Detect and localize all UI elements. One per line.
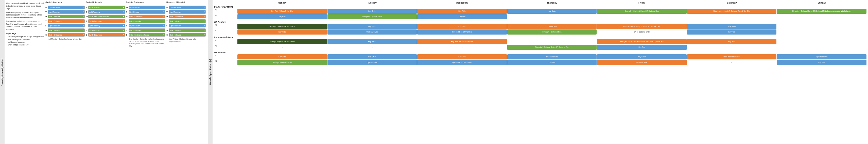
workout-select-2-4[interactable]: Light/Recovery▼	[129, 24, 165, 27]
workout-select-1-1[interactable]: Light/Recovery▼	[88, 10, 125, 14]
day-label-1-5: S	[86, 29, 88, 31]
sections-container: Step 5+ #1 Pattern#1Key Ride + Run off t…	[214, 6, 866, 66]
section-0: Step 5+ #1 Pattern#1Key Ride + Run off t…	[214, 6, 866, 19]
left-panel: Biweekly Intensity Pattern After each cy…	[0, 0, 208, 144]
day-label-0-1: T	[45, 11, 48, 13]
workout-select-2-1[interactable]: Light/Recovery▼	[129, 10, 165, 14]
day-row-0-5: SBuild - Intervals▼	[45, 28, 85, 32]
select-arrow-2-2: ▼	[163, 16, 165, 17]
cell-1-1-0: Key Ride	[238, 29, 327, 34]
workout-select-1-0[interactable]: Build - Intervals▼	[88, 6, 125, 9]
week-col-3: Recovery / RebuildMLight/Recovery▼TLight…	[166, 1, 206, 143]
cell-0-1-2: Key Run	[417, 14, 507, 19]
day-row-1-1: TLight/Recovery▼	[86, 10, 125, 14]
day-row-0-6: SBuild - Endurance▼	[45, 33, 85, 37]
week-header-1: Sprint / Intervals	[86, 1, 125, 5]
notes-paragraph-3: Options that include at least the main p…	[6, 20, 45, 31]
row-label-3-0: #1	[214, 54, 237, 59]
cell-0-0-2: Key Ride	[417, 9, 507, 14]
row-label-2-1: #2	[214, 45, 237, 50]
cell-1-0-6	[777, 24, 866, 29]
day-label-2-0: M	[126, 6, 129, 9]
select-arrow-3-0: ▼	[204, 7, 205, 8]
cell-2-1-3: Strength + Optional Swim OR Optional Run	[507, 45, 597, 50]
select-arrow-1-6: ▼	[123, 34, 124, 35]
cell-1-0-4: Ride (recommended) Optional Run off the …	[597, 24, 687, 29]
week-col-1: Sprint / IntervalsMBuild - Intervals▼TLi…	[86, 1, 125, 143]
section-grid-1: #1Strength + Optional Run or RestKey Swi…	[214, 24, 866, 34]
day-label-1-6: S	[86, 34, 88, 36]
cell-1-1-6	[777, 29, 866, 34]
day-label-2-5: S	[126, 29, 129, 31]
section-grid-2: #1Strength + Optional Run or RestKey Swi…	[214, 39, 866, 50]
workout-select-0-1[interactable]: Light/Recovery▼	[48, 10, 85, 14]
workout-select-3-4[interactable]: Light/Recovery▼	[169, 24, 206, 27]
light-day-item-2: Skill development sessions	[6, 38, 45, 41]
cell-3-0-0: Key Ride	[238, 54, 327, 59]
light-days-title: Light days	[6, 32, 45, 35]
day-row-3-6: SBuild - Intervals▼	[166, 33, 206, 37]
right-content: Monday Tuesday Wednesday Thursday Friday…	[213, 0, 868, 144]
workout-select-0-6[interactable]: Build - Endurance▼	[48, 33, 85, 36]
day-row-1-2: WBuild - Endurance/Intervals▼	[86, 15, 125, 19]
workout-select-1-2[interactable]: Build - Endurance/Intervals▼	[88, 15, 125, 18]
workout-select-0-3[interactable]: Build - Endurance▼	[48, 19, 85, 23]
workout-select-3-6[interactable]: Build - Intervals▼	[169, 33, 206, 36]
cell-3-0-6: Optional Swim	[777, 54, 866, 59]
workout-select-2-3[interactable]: Build - Intervals▼	[129, 19, 165, 23]
day-row-0-2: WBuild - Intervals▼	[45, 15, 85, 19]
workout-text-3-3: Build - Intervals	[170, 20, 204, 22]
workout-select-3-0[interactable]: Light/Recovery▼	[169, 6, 206, 9]
cell-3-0-3: Optional Swim	[507, 54, 597, 59]
workout-select-1-4[interactable]: Light/Recovery▼	[88, 24, 125, 27]
day-row-2-3: TBuild - Intervals▼	[126, 19, 165, 23]
section-title-2: Ironman / Midterm	[214, 36, 866, 38]
workout-text-3-5: Build - Intervals	[170, 29, 204, 31]
select-arrow-0-4: ▼	[83, 25, 84, 26]
cell-2-1-4: Key Run	[597, 45, 687, 50]
select-arrow-1-4: ▼	[123, 25, 124, 26]
workout-select-3-2[interactable]: Build - Endurance▼	[169, 15, 206, 18]
workout-select-3-1[interactable]: Light/Recovery▼	[169, 10, 206, 14]
workout-select-1-3[interactable]: Build - Endurance▼	[88, 19, 125, 23]
select-arrow-3-3: ▼	[204, 20, 205, 22]
workout-text-1-2: Build - Endurance/Intervals	[89, 16, 123, 18]
workout-text-2-2: Build - Endurance	[129, 16, 163, 18]
section-2: Ironman / Midterm#1Strength + Optional R…	[214, 36, 866, 50]
row-label-3-1: #2	[214, 60, 237, 65]
workout-select-0-4[interactable]: Light/Recovery▼	[48, 24, 85, 27]
day-label-1-4: F	[86, 25, 88, 27]
cell-2-0-2: Key Ride + Run off the Bike	[417, 39, 507, 44]
day-label-3-0: M	[166, 6, 169, 9]
week-col-0: Cycle 1 OverviewMLight/Recovery▼TLight/R…	[45, 1, 85, 143]
day-label-2-1: T	[126, 11, 129, 13]
week-annotation-2: 2nd Sunday: Option for higher load sessi…	[129, 38, 165, 47]
day-row-3-2: WBuild - Endurance▼	[166, 15, 206, 19]
workout-text-1-6: Build - Endurance	[89, 34, 123, 36]
workout-select-2-6[interactable]: Build - Endurance/Intervals▼	[129, 33, 165, 36]
workout-select-2-2[interactable]: Build - Endurance▼	[129, 15, 165, 18]
weeks-container: After each cycle decides if you can go d…	[5, 0, 208, 144]
workout-select-3-3[interactable]: Build - Intervals▼	[169, 19, 206, 23]
select-arrow-0-5: ▼	[83, 29, 84, 31]
cell-0-0-6: Strength + Optional Swim OR Optional Rid…	[777, 9, 866, 14]
workout-select-0-2[interactable]: Build - Intervals▼	[48, 15, 85, 18]
day-label-2-4: F	[126, 25, 129, 27]
workout-select-3-5[interactable]: Build - Intervals▼	[169, 28, 206, 32]
workout-select-2-0[interactable]: Light/Recovery▼	[129, 6, 165, 9]
workout-text-0-1: Light/Recovery	[49, 11, 83, 13]
day-row-3-4: FLight/Recovery▼	[166, 24, 206, 28]
cell-1-0-2: Key Ride	[417, 24, 507, 29]
day-thursday: Thursday	[507, 1, 597, 5]
workout-select-1-5[interactable]: Build - Intervals▼	[88, 28, 125, 32]
workout-select-2-5[interactable]: Build - Intervals▼	[129, 28, 165, 32]
workout-text-3-4: Light/Recovery	[170, 25, 204, 27]
workout-text-2-3: Build - Intervals	[129, 20, 163, 22]
notes-section: After each cycle decides if you can go d…	[6, 1, 45, 143]
workout-select-0-5[interactable]: Build - Intervals▼	[48, 28, 85, 32]
select-arrow-3-5: ▼	[204, 29, 205, 31]
workout-select-1-6[interactable]: Build - Endurance▼	[88, 33, 125, 36]
workout-select-0-0[interactable]: Light/Recovery▼	[48, 6, 85, 9]
day-label-0-5: S	[45, 29, 48, 31]
day-label-3-3: T	[166, 20, 169, 22]
